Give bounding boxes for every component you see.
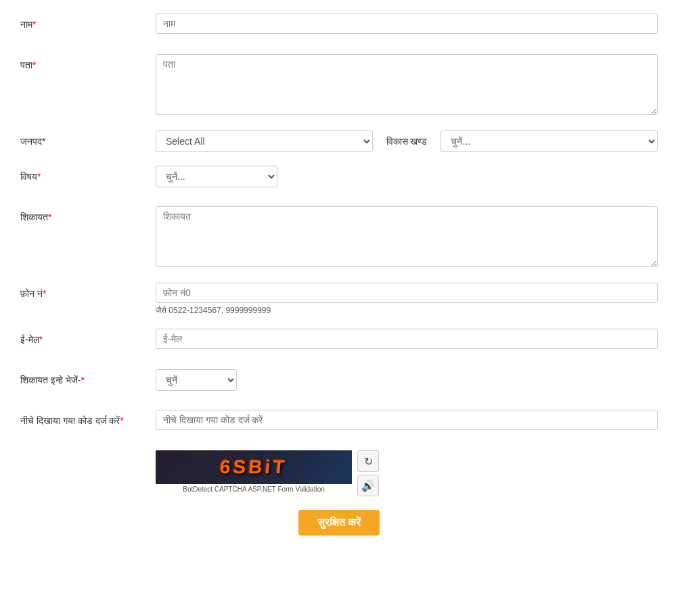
captcha-buttons: ↻ 🔊: [357, 450, 379, 496]
submit-button[interactable]: सुरक्षित करें: [298, 510, 380, 536]
captcha-audio-button[interactable]: 🔊: [357, 475, 379, 496]
send-to-select[interactable]: चुनें: [156, 369, 237, 391]
vikas-select[interactable]: चुनें...: [440, 131, 658, 152]
email-input[interactable]: [156, 329, 658, 349]
captcha-refresh-button[interactable]: ↻: [357, 450, 379, 472]
janpad-fields: Select All विकास खण्ड चुनें...: [156, 131, 658, 152]
send-to-select-wrap: चुनें: [156, 369, 658, 391]
captcha-input-wrap: [156, 410, 658, 430]
pata-textarea[interactable]: [156, 54, 658, 115]
janpad-row: जनपद* Select All विकास खण्ड चुनें...: [20, 131, 658, 152]
captcha-label: नीचे दिखाया गया कोड दर्ज करें*: [20, 410, 156, 427]
vikas-label: विकास खण्ड: [380, 136, 434, 147]
captcha-input[interactable]: [156, 410, 658, 430]
captcha-image-row: 6SBiT BotDetect CAPTCHA ASP.NET Form Val…: [20, 450, 658, 496]
captcha-image-label: [20, 450, 156, 456]
phone-row: फ़ोन नं* जैसे 0522-1234567, 9999999999: [20, 283, 658, 315]
phone-input-wrap: जैसे 0522-1234567, 9999999999: [156, 283, 658, 315]
naam-label: नाम*: [20, 14, 156, 30]
naam-row: नाम*: [20, 14, 658, 41]
janpad-label: जनपद*: [20, 131, 156, 147]
captcha-row: नीचे दिखाया गया कोड दर्ज करें*: [20, 410, 658, 437]
pata-input-wrap: [156, 54, 658, 117]
captcha-image-wrap: 6SBiT BotDetect CAPTCHA ASP.NET Form Val…: [156, 450, 658, 496]
captcha-image: 6SBiT: [156, 450, 352, 484]
vishay-label: विषय*: [20, 166, 156, 183]
email-input-wrap: [156, 329, 658, 349]
naam-input[interactable]: [156, 14, 658, 34]
send-to-row: शिकायत इन्हे भेजें-* चुनें: [20, 369, 658, 396]
phone-input[interactable]: [156, 283, 658, 303]
vishay-select[interactable]: चुनें...: [156, 166, 277, 187]
email-row: ई-मेल*: [20, 329, 658, 356]
send-to-label: शिकायत इन्हे भेजें-*: [20, 369, 156, 386]
captcha-image-container: 6SBiT BotDetect CAPTCHA ASP.NET Form Val…: [156, 450, 352, 493]
shikayat-textarea[interactable]: [156, 206, 658, 267]
pata-label: पता*: [20, 54, 156, 71]
phone-hint: जैसे 0522-1234567, 9999999999: [156, 306, 658, 315]
phone-label: फ़ोन नं*: [20, 283, 156, 300]
main-form: नाम* पता* जनपद* Select All विकास खण्ड: [0, 0, 678, 549]
email-label: ई-मेल*: [20, 329, 156, 346]
shikayat-row: शिकायत*: [20, 206, 658, 269]
submit-row: सुरक्षित करें: [20, 510, 658, 536]
captcha-text: 6SBiT: [219, 456, 288, 478]
vishay-select-wrap: चुनें...: [156, 166, 658, 187]
naam-input-wrap: [156, 14, 658, 34]
shikayat-label: शिकायत*: [20, 206, 156, 223]
janpad-select-wrap: Select All: [156, 131, 373, 152]
shikayat-input-wrap: [156, 206, 658, 269]
pata-row: पता*: [20, 54, 658, 117]
janpad-select[interactable]: Select All: [156, 131, 373, 152]
vishay-row: विषय* चुनें...: [20, 166, 658, 193]
captcha-footer-text: BotDetect CAPTCHA ASP.NET Form Validatio…: [156, 485, 352, 493]
vikas-select-wrap: चुनें...: [440, 131, 658, 152]
